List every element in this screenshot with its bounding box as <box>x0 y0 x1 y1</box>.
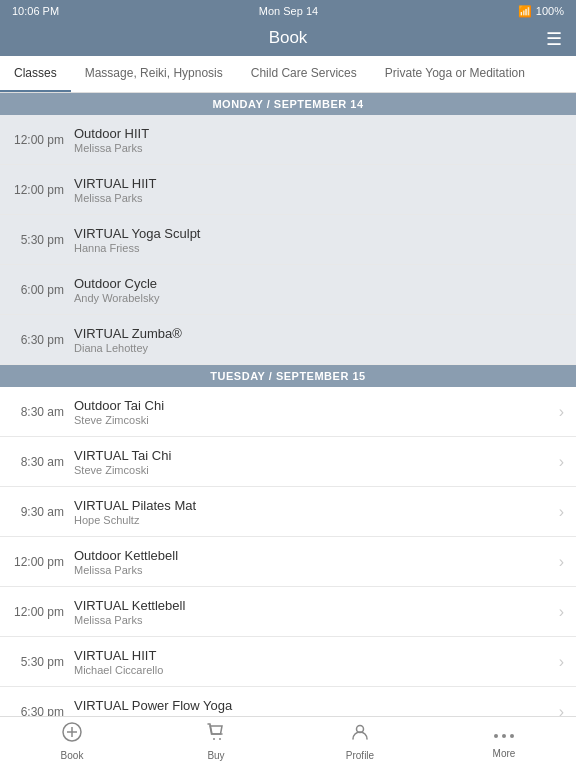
class-name: Outdoor HIIT <box>74 126 564 141</box>
class-instructor: Steve Zimcoski <box>74 414 551 426</box>
class-instructor: Melissa Parks <box>74 564 551 576</box>
class-name: VIRTUAL Kettlebell <box>74 598 551 613</box>
class-info: Outdoor KettlebellMelissa Parks <box>74 548 551 576</box>
list-icon[interactable]: ☰ <box>546 28 562 50</box>
class-time: 5:30 pm <box>12 233 74 247</box>
class-time: 9:30 am <box>12 505 74 519</box>
class-name: Outdoor Cycle <box>74 276 564 291</box>
header: Book ☰ <box>0 22 576 56</box>
class-time: 12:00 pm <box>12 555 74 569</box>
svg-point-6 <box>494 734 498 738</box>
class-info: VIRTUAL Pilates MatHope Schultz <box>74 498 551 526</box>
class-name: VIRTUAL HIIT <box>74 648 551 663</box>
class-row[interactable]: 8:30 amOutdoor Tai ChiSteve Zimcoski› <box>0 387 576 437</box>
class-name: VIRTUAL Power Flow Yoga <box>74 698 551 713</box>
class-time: 8:30 am <box>12 455 74 469</box>
class-name: VIRTUAL Yoga Sculpt <box>74 226 564 241</box>
class-instructor: Andy Worabelsky <box>74 292 564 304</box>
buy-nav[interactable]: Buy <box>181 722 251 761</box>
profile-nav-icon <box>350 722 370 747</box>
book-nav-label: Book <box>61 750 84 761</box>
class-time: 12:00 pm <box>12 133 74 147</box>
class-info: VIRTUAL HIITMelissa Parks <box>74 176 564 204</box>
class-row[interactable]: 12:00 pmVIRTUAL KettlebellMelissa Parks› <box>0 587 576 637</box>
header-title: Book <box>269 28 308 47</box>
buy-nav-label: Buy <box>207 750 224 761</box>
status-right: 📶 100% <box>518 5 564 18</box>
chevron-right-icon: › <box>559 453 564 471</box>
class-name: VIRTUAL Zumba® <box>74 326 564 341</box>
class-info: VIRTUAL KettlebellMelissa Parks <box>74 598 551 626</box>
class-instructor: Diana Lehottey <box>74 342 564 354</box>
class-row[interactable]: 8:30 amVIRTUAL Tai ChiSteve Zimcoski› <box>0 437 576 487</box>
profile-nav[interactable]: Profile <box>325 722 395 761</box>
chevron-right-icon: › <box>559 503 564 521</box>
class-row: 12:00 pmOutdoor HIITMelissa Parks <box>0 115 576 165</box>
class-time: 12:00 pm <box>12 605 74 619</box>
class-row: 6:30 pmVIRTUAL Zumba®Diana Lehottey <box>0 315 576 365</box>
wifi-icon: 📶 <box>518 5 532 18</box>
tab-private-yoga-or-meditation[interactable]: Private Yoga or Meditation <box>371 56 539 92</box>
chevron-right-icon: › <box>559 403 564 421</box>
status-bar: 10:06 PM Mon Sep 14 📶 100% <box>0 0 576 22</box>
class-instructor: Hope Schultz <box>74 514 551 526</box>
class-info: Outdoor Tai ChiSteve Zimcoski <box>74 398 551 426</box>
svg-point-3 <box>213 738 215 740</box>
svg-point-7 <box>502 734 506 738</box>
class-instructor: Melissa Parks <box>74 192 564 204</box>
tab-child-care-services[interactable]: Child Care Services <box>237 56 371 92</box>
svg-point-8 <box>510 734 514 738</box>
class-name: VIRTUAL HIIT <box>74 176 564 191</box>
class-info: VIRTUAL Tai ChiSteve Zimcoski <box>74 448 551 476</box>
class-time: 12:00 pm <box>12 183 74 197</box>
more-nav[interactable]: More <box>469 724 539 759</box>
class-time: 5:30 pm <box>12 655 74 669</box>
class-name: Outdoor Kettlebell <box>74 548 551 563</box>
status-date: Mon Sep 14 <box>259 5 318 17</box>
class-info: Outdoor HIITMelissa Parks <box>74 126 564 154</box>
book-nav[interactable]: Book <box>37 722 107 761</box>
class-instructor: Michael Ciccarello <box>74 664 551 676</box>
class-info: VIRTUAL Yoga SculptHanna Friess <box>74 226 564 254</box>
svg-point-4 <box>219 738 221 740</box>
tab-massage--reiki--hypnosis[interactable]: Massage, Reiki, Hypnosis <box>71 56 237 92</box>
chevron-right-icon: › <box>559 653 564 671</box>
section-header-0: MONDAY / SEPTEMBER 14 <box>0 93 576 115</box>
chevron-right-icon: › <box>559 603 564 621</box>
class-name: Outdoor Tai Chi <box>74 398 551 413</box>
profile-nav-label: Profile <box>346 750 374 761</box>
class-name: VIRTUAL Pilates Mat <box>74 498 551 513</box>
battery-level: 100% <box>536 5 564 17</box>
class-instructor: Melissa Parks <box>74 142 564 154</box>
class-row: 6:00 pmOutdoor CycleAndy Worabelsky <box>0 265 576 315</box>
class-time: 6:00 pm <box>12 283 74 297</box>
class-row[interactable]: 12:00 pmOutdoor KettlebellMelissa Parks› <box>0 537 576 587</box>
class-row[interactable]: 5:30 pmVIRTUAL HIITMichael Ciccarello› <box>0 637 576 687</box>
tab-bar: ClassesMassage, Reiki, HypnosisChild Car… <box>0 56 576 93</box>
class-row[interactable]: 9:30 amVIRTUAL Pilates MatHope Schultz› <box>0 487 576 537</box>
tab-classes[interactable]: Classes <box>0 56 71 92</box>
chevron-right-icon: › <box>559 553 564 571</box>
more-nav-label: More <box>493 748 516 759</box>
class-info: VIRTUAL Zumba®Diana Lehottey <box>74 326 564 354</box>
class-instructor: Steve Zimcoski <box>74 464 551 476</box>
status-time: 10:06 PM <box>12 5 59 17</box>
class-row: 5:30 pmVIRTUAL Yoga SculptHanna Friess <box>0 215 576 265</box>
class-time: 8:30 am <box>12 405 74 419</box>
class-info: VIRTUAL HIITMichael Ciccarello <box>74 648 551 676</box>
more-nav-icon <box>494 724 514 745</box>
buy-nav-icon <box>206 722 226 747</box>
class-instructor: Hanna Friess <box>74 242 564 254</box>
section-header-1: TUESDAY / SEPTEMBER 15 <box>0 365 576 387</box>
bottom-nav: BookBuyProfileMore <box>0 716 576 768</box>
class-info: Outdoor CycleAndy Worabelsky <box>74 276 564 304</box>
class-name: VIRTUAL Tai Chi <box>74 448 551 463</box>
class-instructor: Melissa Parks <box>74 614 551 626</box>
class-row: 12:00 pmVIRTUAL HIITMelissa Parks <box>0 165 576 215</box>
book-nav-icon <box>62 722 82 747</box>
class-time: 6:30 pm <box>12 333 74 347</box>
content-area: MONDAY / SEPTEMBER 1412:00 pmOutdoor HII… <box>0 93 576 761</box>
